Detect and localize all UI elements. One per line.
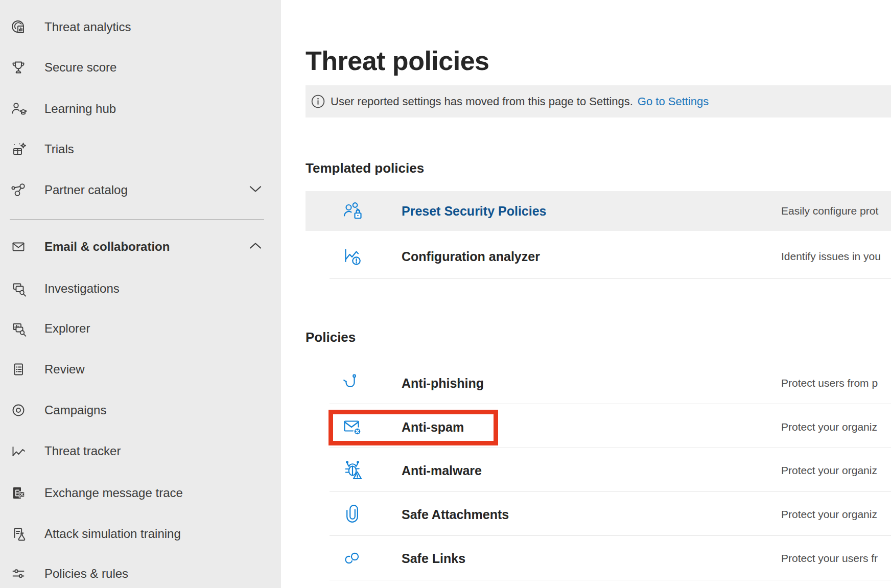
sidebar-item-threat-analytics[interactable]: Threat analytics <box>0 7 281 48</box>
row-divider <box>330 580 891 580</box>
row-name[interactable]: Anti-malware <box>402 463 482 478</box>
row-divider <box>330 278 891 279</box>
row-safe-links[interactable]: Safe Links Protect your users fr <box>306 536 891 580</box>
anti-spam-icon <box>341 416 364 438</box>
preset-security-policies-icon <box>341 200 364 222</box>
sidebar-item-campaigns[interactable]: Campaigns <box>0 390 281 431</box>
configuration-analyzer-icon <box>341 245 364 268</box>
sidebar-item-investigations[interactable]: Investigations <box>0 268 281 309</box>
sidebar-item-label: Attack simulation training <box>44 527 181 541</box>
exchange-icon <box>10 484 27 502</box>
row-description: Identify issues in you <box>781 250 881 263</box>
policies-rules-icon <box>10 565 27 582</box>
policies-heading: Policies <box>306 330 356 345</box>
sidebar-item-label: Learning hub <box>44 102 116 116</box>
info-icon <box>311 95 325 108</box>
row-name[interactable]: Configuration analyzer <box>402 249 540 264</box>
go-to-settings-link[interactable]: Go to Settings <box>638 95 709 108</box>
row-anti-malware[interactable]: Anti-malware Protect your organiz <box>306 449 891 492</box>
sidebar-item-partner-catalog[interactable]: Partner catalog <box>0 170 281 210</box>
partner-catalog-icon <box>10 181 27 199</box>
row-name[interactable]: Safe Links <box>402 551 465 566</box>
chevron-down-icon[interactable] <box>249 185 262 195</box>
secure-score-icon <box>10 59 27 76</box>
row-anti-phishing[interactable]: Anti-phishing Protect users from p <box>306 361 891 405</box>
sidebar-item-label: Partner catalog <box>44 183 128 197</box>
row-anti-spam[interactable]: Anti-spam Protect your organiz <box>306 405 891 449</box>
explorer-icon <box>10 320 27 337</box>
row-description: Easily configure prot <box>781 205 878 217</box>
sidebar-item-label: Email & collaboration <box>44 240 170 254</box>
anti-phishing-icon <box>341 372 364 394</box>
sidebar-item-explorer[interactable]: Explorer <box>0 308 281 349</box>
templated-policies-heading: Templated policies <box>306 160 424 176</box>
sidebar-item-label: Threat tracker <box>44 444 121 458</box>
sidebar-item-label: Secure score <box>44 60 116 75</box>
row-divider <box>330 404 891 404</box>
row-divider <box>330 535 891 536</box>
sidebar-item-label: Policies & rules <box>44 567 128 581</box>
sidebar-item-label: Campaigns <box>44 403 106 417</box>
sidebar-item-label: Trials <box>44 142 74 156</box>
sidebar-item-label: Threat analytics <box>44 20 131 34</box>
sidebar-item-label: Investigations <box>44 281 120 296</box>
row-preset-security-policies[interactable]: Preset Security Policies Easily configur… <box>306 191 891 231</box>
chevron-up-icon[interactable] <box>249 242 262 252</box>
row-safe-attachments[interactable]: Safe Attachments Protect your organiz <box>306 492 891 536</box>
sidebar-item-learning-hub[interactable]: Learning hub <box>0 88 281 129</box>
row-divider <box>330 491 891 492</box>
sidebar-divider <box>10 219 264 220</box>
page-title: Threat policies <box>306 45 489 76</box>
review-icon <box>10 361 27 378</box>
sidebar-item-trials[interactable]: Trials <box>0 129 281 170</box>
safe-attachments-icon <box>341 503 364 526</box>
sidebar-item-label: Review <box>44 362 85 377</box>
info-banner: User reported settings has moved from th… <box>306 85 891 117</box>
threat-tracker-icon <box>10 442 27 460</box>
sidebar-item-threat-tracker[interactable]: Threat tracker <box>0 431 281 472</box>
sidebar-item-label: Exchange message trace <box>44 486 183 500</box>
row-description: Protect your organiz <box>781 464 877 477</box>
row-description: Protect users from p <box>781 377 878 389</box>
row-description: Protect your users fr <box>781 552 878 565</box>
trials-icon <box>10 140 27 158</box>
row-name[interactable]: Anti-spam <box>402 420 464 435</box>
row-divider <box>330 448 891 448</box>
threat-policies-screen: Threat analytics Secure score <box>0 0 891 588</box>
sidebar-item-email-collaboration[interactable]: Email & collaboration <box>0 226 281 267</box>
sidebar-item-label: Explorer <box>44 321 90 336</box>
safe-links-icon <box>341 547 364 570</box>
learning-hub-icon <box>10 100 27 117</box>
sidebar-item-exchange-message-trace[interactable]: Exchange message trace <box>0 473 281 513</box>
investigations-icon <box>10 280 27 297</box>
row-configuration-analyzer[interactable]: Configuration analyzer Identify issues i… <box>306 234 891 278</box>
row-description: Protect your organiz <box>781 421 877 433</box>
row-name[interactable]: Safe Attachments <box>402 507 509 522</box>
row-description: Protect your organiz <box>781 508 877 521</box>
anti-malware-icon <box>341 459 364 482</box>
sidebar: Threat analytics Secure score <box>0 0 281 588</box>
sidebar-item-attack-simulation-training[interactable]: Attack simulation training <box>0 513 281 554</box>
threat-analytics-icon <box>10 18 27 36</box>
row-name[interactable]: Anti-phishing <box>402 376 484 391</box>
campaigns-icon <box>10 402 27 419</box>
attack-simulation-icon <box>10 525 27 543</box>
sidebar-item-secure-score[interactable]: Secure score <box>0 47 281 88</box>
sidebar-item-review[interactable]: Review <box>0 349 281 390</box>
mail-icon <box>10 238 27 255</box>
banner-text: User reported settings has moved from th… <box>331 95 633 108</box>
row-name[interactable]: Preset Security Policies <box>402 204 546 219</box>
sidebar-item-policies-rules[interactable]: Policies & rules <box>0 553 281 588</box>
